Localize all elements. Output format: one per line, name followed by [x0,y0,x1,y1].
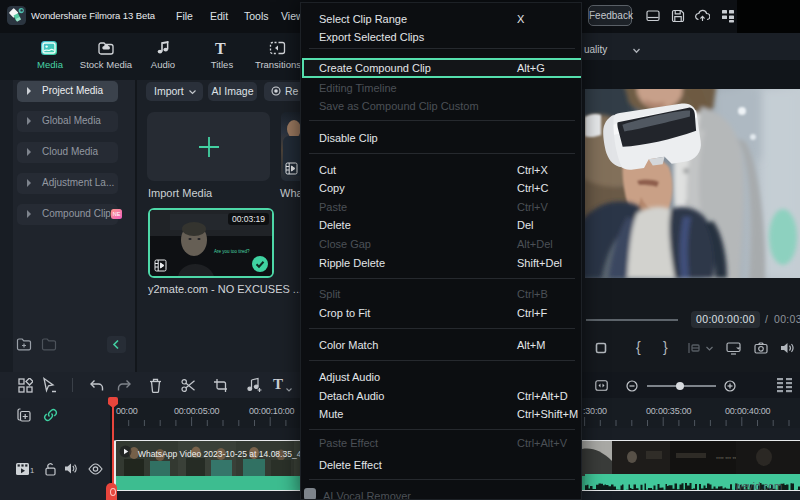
svg-text:**** *** ***: **** *** *** [716,456,738,462]
svg-text:Are you too tired?: Are you too tired? [214,249,250,254]
svg-text:WhatsApp Video 2023-10-25 at 1: WhatsApp Video 2023-10-25 at 14.08.35_4 [138,449,302,459]
svg-text:1: 1 [30,465,34,474]
